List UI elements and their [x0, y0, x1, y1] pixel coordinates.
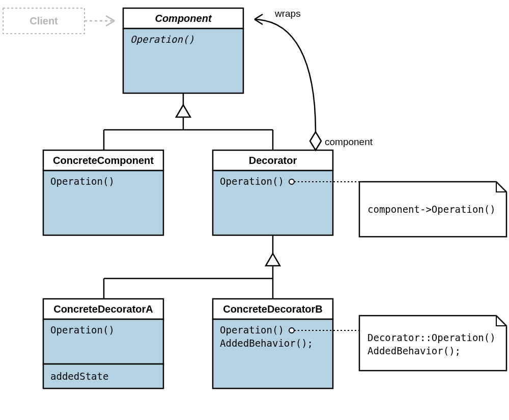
class-decorator: Decorator Operation() — [213, 150, 333, 235]
note2-line2: AddedBehavior(); — [367, 345, 461, 356]
decorator-operation: Operation() — [220, 176, 284, 187]
class-concrete-component: ConcreteComponent Operation() — [43, 150, 163, 235]
note-component-operation: component->Operation() — [359, 182, 506, 237]
arrow-client-to-component — [84, 16, 115, 26]
aggregation-decorator-component: component wraps — [254, 8, 373, 150]
concrete-component-title: ConcreteComponent — [53, 155, 154, 166]
note2-line1: Decorator::Operation() — [367, 332, 496, 343]
concrete-decorator-a-title: ConcreteDecoratorA — [53, 303, 153, 315]
concrete-decorator-b-title: ConcreteDecoratorB — [223, 303, 323, 315]
generalization-component — [176, 93, 190, 117]
concrete-decorator-b-behavior: AddedBehavior(); — [220, 338, 313, 349]
svg-marker-17 — [266, 254, 280, 266]
component-operation: Operation() — [130, 34, 194, 45]
note-added-behavior: Decorator::Operation() AddedBehavior(); — [359, 316, 506, 371]
gen-lines-top — [104, 117, 273, 150]
decorator-pattern-diagram: Client Component Operation() ConcreteCom… — [0, 0, 509, 420]
svg-marker-5 — [176, 105, 190, 117]
class-concrete-decorator-b: ConcreteDecoratorB Operation() AddedBeha… — [213, 299, 333, 388]
gen-lines-bottom — [104, 266, 273, 299]
wraps-label: wraps — [274, 8, 301, 19]
concrete-decorator-a-operation: Operation() — [50, 324, 115, 335]
concrete-component-operation: Operation() — [50, 176, 115, 187]
svg-point-14 — [289, 179, 294, 184]
note1-line1: component->Operation() — [367, 204, 496, 215]
component-title: Component — [155, 13, 212, 24]
concrete-decorator-a-state: addedState — [50, 371, 108, 382]
client-title: Client — [30, 15, 58, 26]
svg-point-27 — [289, 328, 294, 333]
generalization-decorator — [266, 235, 280, 266]
class-concrete-decorator-a: ConcreteDecoratorA Operation() addedStat… — [43, 299, 163, 388]
class-client: Client — [3, 8, 84, 34]
class-component: Component Operation() — [123, 8, 243, 93]
svg-marker-15 — [310, 132, 321, 150]
aggregation-role-label: component — [325, 136, 373, 147]
concrete-decorator-b-operation: Operation() — [220, 324, 284, 335]
decorator-title: Decorator — [249, 155, 297, 166]
